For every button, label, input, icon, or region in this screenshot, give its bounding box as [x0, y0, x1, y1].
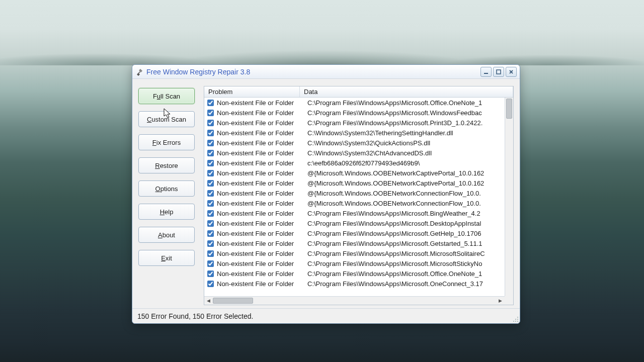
cell-problem: Non-existent File or Folder	[217, 179, 303, 187]
titlebar[interactable]: Free Window Registry Repair 3.8	[132, 65, 520, 79]
row-checkbox[interactable]	[207, 220, 214, 227]
vertical-scroll-thumb[interactable]	[506, 99, 512, 119]
cell-data: C:\Program Files\WindowsApps\Microsoft.O…	[303, 99, 513, 107]
cell-problem: Non-existent File or Folder	[217, 280, 303, 288]
row-checkbox[interactable]	[207, 210, 214, 217]
row-checkbox[interactable]	[207, 160, 214, 166]
table-row[interactable]: Non-existent File or Folderc:\eefb686a09…	[204, 158, 513, 168]
vertical-scrollbar[interactable]	[505, 98, 513, 296]
svg-point-6	[515, 319, 516, 320]
row-checkbox[interactable]	[207, 200, 214, 207]
btn-text: ustom Scan	[151, 116, 186, 123]
row-checkbox[interactable]	[207, 130, 214, 136]
restore-button[interactable]: Restore	[138, 157, 195, 173]
row-checkbox[interactable]	[207, 260, 214, 267]
about-button[interactable]: About	[138, 227, 195, 243]
fix-errors-button[interactable]: Fix Errors	[138, 134, 195, 150]
svg-point-7	[515, 321, 516, 322]
cell-data: C:\Windows\System32\ChtAdvancedDS.dll	[303, 149, 513, 157]
cell-problem: Non-existent File or Folder	[217, 260, 303, 267]
svg-point-3	[517, 317, 518, 318]
row-checkbox[interactable]	[207, 100, 214, 106]
custom-scan-button[interactable]: Custom Scan	[138, 111, 195, 127]
cell-data: C:\Program Files\WindowsApps\Microsoft.M…	[303, 250, 513, 257]
horizontal-scrollbar[interactable]: ◀ ▶	[204, 296, 505, 305]
row-checkbox[interactable]	[207, 170, 214, 176]
cell-problem: Non-existent File or Folder	[217, 149, 303, 157]
table-row[interactable]: Non-existent File or Folder@{Microsoft.W…	[204, 188, 513, 198]
btn-text: elp	[165, 208, 173, 216]
cell-data: C:\Program Files\WindowsApps\Microsoft.G…	[303, 230, 513, 237]
table-row[interactable]: Non-existent File or FolderC:\Windows\Sy…	[204, 138, 513, 148]
table-row[interactable]: Non-existent File or Folder@{Microsoft.W…	[204, 178, 513, 188]
cell-problem: Non-existent File or Folder	[217, 129, 303, 137]
btn-underline: C	[147, 116, 151, 123]
table-row[interactable]: Non-existent File or FolderC:\Program Fi…	[204, 238, 513, 248]
svg-rect-1	[484, 73, 488, 74]
row-checkbox[interactable]	[207, 270, 214, 277]
close-button[interactable]	[506, 67, 517, 77]
scroll-right-icon[interactable]: ▶	[496, 297, 505, 305]
table-row[interactable]: Non-existent File or FolderC:\Program Fi…	[204, 258, 513, 268]
row-checkbox[interactable]	[207, 180, 214, 187]
table-row[interactable]: Non-existent File or FolderC:\Program Fi…	[204, 228, 513, 238]
maximize-button[interactable]	[493, 67, 504, 77]
svg-point-4	[517, 319, 518, 320]
btn-underline: A	[158, 231, 163, 239]
btn-underline: H	[160, 208, 165, 216]
row-checkbox[interactable]	[207, 240, 214, 247]
cell-problem: Non-existent File or Folder	[217, 250, 303, 257]
row-checkbox[interactable]	[207, 281, 214, 287]
table-row[interactable]: Non-existent File or FolderC:\Program Fi…	[204, 208, 513, 218]
cell-problem: Non-existent File or Folder	[217, 210, 303, 217]
cell-problem: Non-existent File or Folder	[217, 230, 303, 237]
btn-text: ptions	[160, 185, 178, 193]
row-checkbox[interactable]	[207, 230, 214, 237]
scroll-corner	[505, 296, 513, 305]
table-row[interactable]: Non-existent File or FolderC:\Program Fi…	[204, 108, 513, 118]
row-checkbox[interactable]	[207, 250, 214, 257]
table-row[interactable]: Non-existent File or Folder@{Microsoft.W…	[204, 198, 513, 208]
help-button[interactable]: Help	[138, 204, 195, 220]
cell-problem: Non-existent File or Folder	[217, 139, 303, 147]
row-checkbox[interactable]	[207, 150, 214, 156]
cell-problem: Non-existent File or Folder	[217, 169, 303, 177]
table-row[interactable]: Non-existent File or FolderC:\Program Fi…	[204, 279, 513, 289]
table-row[interactable]: Non-existent File or Folder@{Microsoft.W…	[204, 168, 513, 178]
horizontal-scroll-thumb[interactable]	[213, 298, 253, 304]
cell-problem: Non-existent File or Folder	[217, 109, 303, 117]
cell-data: C:\Program Files\WindowsApps\Microsoft.P…	[303, 119, 513, 127]
horizontal-scroll-track[interactable]	[213, 297, 496, 305]
column-header-data[interactable]: Data	[300, 86, 513, 97]
table-row[interactable]: Non-existent File or FolderC:\Program Fi…	[204, 268, 513, 279]
cell-data: C:\Program Files\WindowsApps\Microsoft.M…	[303, 260, 513, 267]
btn-underline: O	[155, 185, 160, 193]
table-row[interactable]: Non-existent File or FolderC:\Program Fi…	[204, 218, 513, 228]
column-header-problem[interactable]: Problem	[204, 86, 300, 97]
row-checkbox[interactable]	[207, 120, 214, 126]
full-scan-button[interactable]: Full Scan	[138, 88, 195, 104]
table-row[interactable]: Non-existent File or FolderC:\Windows\Sy…	[204, 128, 513, 138]
resize-grip-icon[interactable]	[512, 315, 519, 322]
row-checkbox[interactable]	[207, 190, 214, 197]
rows-viewport: Non-existent File or FolderC:\Program Fi…	[204, 98, 513, 305]
table-row[interactable]: Non-existent File or FolderC:\Windows\Sy…	[204, 148, 513, 158]
row-checkbox[interactable]	[207, 140, 214, 146]
exit-button[interactable]: Exit	[138, 250, 195, 266]
table-row[interactable]: Non-existent File or FolderC:\Program Fi…	[204, 98, 513, 108]
minimize-button[interactable]	[480, 67, 492, 77]
cell-data: C:\Program Files\WindowsApps\Microsoft.B…	[303, 210, 513, 217]
table-row[interactable]: Non-existent File or FolderC:\Program Fi…	[204, 118, 513, 128]
window-title: Free Window Registry Repair 3.8	[146, 68, 250, 76]
table-row[interactable]: Non-existent File or FolderC:\Program Fi…	[204, 248, 513, 258]
cell-data: C:\Windows\System32\TetheringSettingHand…	[303, 129, 513, 137]
cell-data: @{Microsoft.Windows.OOBENetworkCaptivePo…	[303, 179, 513, 187]
scroll-left-icon[interactable]: ◀	[204, 297, 213, 305]
row-checkbox[interactable]	[207, 110, 214, 116]
options-button[interactable]: Options	[138, 180, 195, 197]
btn-underline: R	[155, 162, 159, 169]
rows-container[interactable]: Non-existent File or FolderC:\Program Fi…	[204, 98, 513, 305]
column-headers: Problem Data	[204, 86, 513, 98]
btn-underline: E	[161, 254, 166, 262]
btn-text: ll Scan	[160, 93, 180, 100]
